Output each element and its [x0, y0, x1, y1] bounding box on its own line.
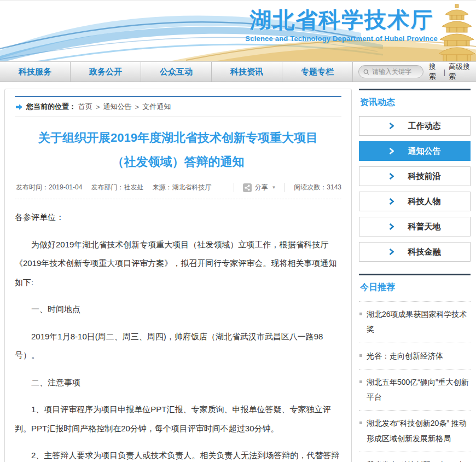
sidebar-item-notices[interactable]: 通知公告 [359, 141, 471, 161]
search-button[interactable]: 搜索 [429, 62, 440, 82]
site-subtitle: Science and Technology Department of Hub… [245, 34, 438, 43]
breadcrumb-wrap: 您当前的位置： 首页 > 通知公告 > 文件通知 [15, 96, 341, 117]
share-button[interactable]: 分享 ▼ [234, 183, 285, 192]
sidebar-item-label: 科技前沿 [408, 171, 441, 182]
sidebar-item-tech-frontier[interactable]: 科技前沿 [359, 166, 471, 186]
article-meta-left: 发布时间：2019-01-04 发布部门：社发处 来源：湖北省科技厅 [16, 183, 234, 192]
breadcrumb: 您当前的位置： 首页 > 通知公告 > 文件通知 [15, 97, 341, 117]
recommend-widget: 今日推荐 湖北26项成果获国家科学技术奖 光谷：走向创新经济体 湖北五年500亿… [359, 274, 471, 462]
recommend-item[interactable]: 湖北五年500亿“砸向”重大创新平台 [359, 369, 471, 411]
content-area: 您当前的位置： 首页 > 通知公告 > 文件通知 关于组织开展2019年度湖北省… [0, 82, 476, 462]
recommend-item[interactable]: 湖北发布“科技创新20条” 推动形成区域创新发展新格局 [359, 411, 471, 452]
search-divider: | [444, 68, 445, 76]
sidebar-item-label: 科普天地 [408, 222, 441, 232]
paragraph-note-2: 2、主答辩人要求为项目负责人或技术负责人。相关负责人无法到场答辩的，代替答辩者须… [15, 446, 341, 462]
sidebar-item-label: 通知公告 [408, 146, 441, 157]
sidebar-item-work-news[interactable]: 工作动态 [359, 116, 471, 136]
nav-item-public-interaction[interactable]: 公众互动 [141, 62, 212, 82]
breadcrumb-file-notice-link[interactable]: 文件通知 [142, 102, 171, 112]
recommend-title: 今日推荐 [360, 282, 471, 293]
news-nav-title: 资讯动态 [360, 97, 471, 108]
share-icon [243, 183, 252, 192]
pagoda-logo-icon [439, 3, 475, 61]
sidebar-item-label: 科技人物 [408, 197, 441, 207]
article-source: 来源：湖北省科技厅 [152, 183, 211, 192]
site-header: 湖北省科学技术厅 Science and Technology Departme… [0, 0, 476, 61]
sidebar-item-science-popularization[interactable]: 科普天地 [359, 217, 471, 236]
breadcrumb-separator: > [96, 103, 100, 111]
article-title: 关于组织开展2019年度湖北省技术创新专项重大项目（社发领域）答辩的通知 [29, 126, 327, 174]
page: 湖北省科学技术厅 Science and Technology Departme… [0, 0, 476, 462]
paragraph-salutation: 各参评单位： [15, 208, 341, 227]
chevron-right-icon [389, 223, 394, 230]
recommend-item[interactable]: 光谷：走向创新经济体 [359, 343, 471, 369]
publish-department: 发布部门：社发处 [91, 183, 143, 192]
article-body: 各参评单位： 为做好2019年湖北省技术创新专项重大项目（社发领域）立项工作，根… [15, 199, 341, 462]
breadcrumb-label: 您当前的位置： [26, 102, 76, 112]
breadcrumb-home-link[interactable]: 首页 [78, 102, 92, 112]
chevron-right-icon [389, 249, 394, 255]
search-box[interactable] [358, 65, 423, 78]
arrow-right-icon [16, 104, 23, 110]
chevron-right-icon [389, 198, 394, 205]
advanced-search-link[interactable]: 高级搜索 [449, 62, 472, 82]
sidebar-item-tech-figures[interactable]: 科技人物 [359, 192, 471, 211]
breadcrumb-notices-link[interactable]: 通知公告 [103, 102, 132, 112]
search-icon [363, 68, 369, 76]
news-nav-widget: 资讯动态 工作动态 通知公告 科技前沿 [359, 89, 471, 262]
sidebar-item-tech-finance[interactable]: 科技金融 [359, 242, 471, 262]
chevron-right-icon [389, 123, 394, 129]
main-content-box: 您当前的位置： 首页 > 通知公告 > 文件通知 关于组织开展2019年度湖北省… [4, 89, 352, 462]
recommend-item[interactable]: 我省发布“科技创新20条”，未来四年每年100亿支持重大项目 [359, 452, 471, 462]
share-caret-icon: ▼ [271, 185, 276, 190]
chevron-right-icon [389, 173, 394, 180]
recommend-list: 湖北26项成果获国家科学技术奖 光谷：走向创新经济体 湖北五年500亿“砸向”重… [359, 301, 471, 462]
search-input[interactable] [372, 68, 419, 76]
paragraph-heading-2: 二、注意事项 [15, 373, 341, 392]
nav-search-area: 搜索 | 高级搜索 [353, 62, 476, 82]
paragraph-note-1: 1、项目评审程序为项目申报单位PPT汇报、专家质询、申报单位答疑、专家独立评判。… [15, 400, 341, 438]
sidebar: 资讯动态 工作动态 通知公告 科技前沿 [359, 89, 471, 462]
breadcrumb-separator: > [135, 103, 140, 111]
chevron-right-icon [389, 148, 394, 154]
paragraph-intro: 为做好2019年湖北省技术创新专项重大项目（社发领域）立项工作，根据省科技厅《2… [15, 235, 341, 292]
sidebar-item-label: 工作动态 [408, 121, 441, 131]
share-label: 分享 [254, 183, 268, 192]
sidebar-item-label: 科技金融 [408, 247, 441, 257]
nav-item-tech-services[interactable]: 科技服务 [0, 62, 71, 82]
site-brand: 湖北省科学技术厅 Science and Technology Departme… [245, 5, 438, 43]
main-nav: 科技服务 政务公开 公众互动 科技资讯 专题专栏 搜索 | 高级搜索 [0, 61, 476, 82]
recommend-item[interactable]: 湖北26项成果获国家科学技术奖 [359, 302, 471, 343]
search-links: 搜索 | 高级搜索 [429, 62, 472, 82]
publish-time: 发布时间：2019-01-04 [16, 183, 82, 192]
nav-item-gov-info[interactable]: 政务公开 [71, 62, 141, 82]
paragraph-time-place: 2019年1月8-10日(周二、周三、周四)，帅府饭店（湖北省武汉市武昌区八一路… [15, 327, 341, 365]
paragraph-heading-1: 一、时间地点 [15, 300, 341, 319]
nav-item-tech-news[interactable]: 科技资讯 [212, 62, 282, 82]
read-count: 阅读次数：3143 [285, 183, 341, 192]
article-meta: 发布时间：2019-01-04 发布部门：社发处 来源：湖北省科技厅 分享 ▼ [15, 177, 341, 199]
nav-item-special-topics[interactable]: 专题专栏 [282, 62, 353, 82]
site-title: 湖北省科学技术厅 [245, 5, 438, 34]
